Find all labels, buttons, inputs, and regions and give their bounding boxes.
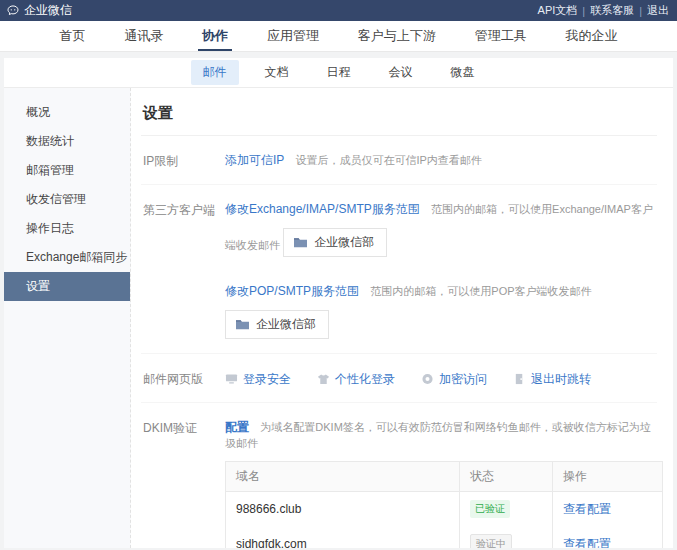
sub-tabs: 邮件 文档 日程 会议 微盘 bbox=[4, 58, 673, 88]
view-config-link[interactable]: 查看配置 bbox=[563, 502, 611, 516]
section-dkim: DKIM验证 配置 为域名配置DKIM签名，可以有效防范仿冒和网络钓鱼邮件，或被… bbox=[141, 403, 657, 548]
folder-icon bbox=[235, 318, 250, 331]
dkim-domain-table: 域名 状态 操作 988666.club 已验证 查看配置 bbox=[225, 461, 663, 548]
nav-customers[interactable]: 客户与上下游 bbox=[354, 21, 440, 51]
nav-contacts[interactable]: 通讯录 bbox=[120, 21, 167, 51]
app-logo[interactable]: 企业微信 bbox=[6, 2, 72, 19]
col-header-status: 状态 bbox=[460, 462, 553, 492]
contact-support-link[interactable]: 联系客服 bbox=[590, 3, 634, 18]
sidebar-item-send-receive[interactable]: 收发信管理 bbox=[4, 185, 130, 214]
status-badge: 验证中 bbox=[470, 534, 512, 548]
page-title: 设置 bbox=[141, 100, 657, 136]
monitor-icon bbox=[225, 373, 238, 385]
tab-docs[interactable]: 文档 bbox=[253, 60, 301, 85]
logout-redirect-item[interactable]: 退出时跳转 bbox=[513, 371, 591, 388]
main-nav: 首页 通讯录 协作 应用管理 客户与上下游 管理工具 我的企业 bbox=[0, 21, 677, 52]
sidebar-item-overview[interactable]: 概况 bbox=[4, 98, 130, 127]
view-config-link[interactable]: 查看配置 bbox=[563, 537, 611, 549]
encrypted-access-link[interactable]: 加密访问 bbox=[439, 371, 487, 388]
nav-app-management[interactable]: 应用管理 bbox=[263, 21, 323, 51]
department-tag-label: 企业微信部 bbox=[314, 234, 374, 251]
ip-restrict-hint: 设置后，成员仅可在可信IP内查看邮件 bbox=[295, 154, 481, 166]
tab-calendar[interactable]: 日程 bbox=[315, 60, 363, 85]
sidebar-item-operation-log[interactable]: 操作日志 bbox=[4, 214, 130, 243]
lock-icon bbox=[421, 373, 434, 385]
table-row: sjdhgfdk.com 验证中 查看配置 bbox=[226, 526, 663, 548]
shirt-icon bbox=[317, 373, 330, 385]
nav-collaboration[interactable]: 协作 bbox=[198, 21, 232, 51]
modify-exchange-scope-link[interactable]: 修改Exchange/IMAP/SMTP服务范围 bbox=[225, 202, 420, 216]
topbar: 企业微信 API文档 | 联系客服 | 退出 bbox=[0, 0, 677, 21]
logout-redirect-link[interactable]: 退出时跳转 bbox=[531, 371, 591, 388]
topbar-links: API文档 | 联系客服 | 退出 bbox=[538, 3, 669, 18]
modify-pop-scope-link[interactable]: 修改POP/SMTP服务范围 bbox=[225, 284, 359, 298]
table-row: 988666.club 已验证 查看配置 bbox=[226, 492, 663, 527]
login-security-item[interactable]: 登录安全 bbox=[225, 371, 291, 388]
col-header-domain: 域名 bbox=[226, 462, 460, 492]
dkim-label: DKIM验证 bbox=[143, 419, 225, 548]
section-ip-restrict: IP限制 添加可信IP 设置后，成员仅可在可信IP内查看邮件 bbox=[141, 136, 657, 185]
tab-drive[interactable]: 微盘 bbox=[439, 60, 487, 85]
custom-login-link[interactable]: 个性化登录 bbox=[335, 371, 395, 388]
tab-mail[interactable]: 邮件 bbox=[191, 60, 239, 85]
content-panel: 邮件 文档 日程 会议 微盘 概况 数据统计 邮箱管理 收发信管理 操作日志 E… bbox=[4, 58, 673, 548]
nav-my-company[interactable]: 我的企业 bbox=[561, 21, 621, 51]
sidebar-item-exchange-sync[interactable]: Exchange邮箱同步 bbox=[4, 243, 130, 272]
folder-icon bbox=[293, 236, 308, 249]
dkim-configure-link[interactable]: 配置 bbox=[225, 420, 249, 434]
webmail-label: 邮件网页版 bbox=[143, 370, 225, 388]
col-header-action: 操作 bbox=[553, 462, 663, 492]
status-badge: 已验证 bbox=[470, 500, 510, 518]
add-trusted-ip-link[interactable]: 添加可信IP bbox=[225, 153, 284, 167]
pop-scope-hint: 范围内的邮箱，可以使用POP客户端收发邮件 bbox=[370, 285, 591, 297]
separator: | bbox=[582, 5, 585, 17]
panel-body: 概况 数据统计 邮箱管理 收发信管理 操作日志 Exchange邮箱同步 设置 … bbox=[4, 88, 673, 548]
third-party-label: 第三方客户端 bbox=[143, 201, 225, 339]
department-tag[interactable]: 企业微信部 bbox=[225, 310, 329, 339]
sidebar: 概况 数据统计 邮箱管理 收发信管理 操作日志 Exchange邮箱同步 设置 bbox=[4, 88, 131, 548]
section-webmail: 邮件网页版 登录安全 个性化登录 bbox=[141, 354, 657, 403]
login-security-link[interactable]: 登录安全 bbox=[243, 371, 291, 388]
tab-meeting[interactable]: 会议 bbox=[377, 60, 425, 85]
encrypted-access-item[interactable]: 加密访问 bbox=[421, 371, 487, 388]
dkim-hint: 为域名配置DKIM签名，可以有效防范仿冒和网络钓鱼邮件，或被收信方标记为垃圾邮件 bbox=[225, 421, 651, 449]
ip-restrict-label: IP限制 bbox=[143, 152, 225, 170]
exit-icon bbox=[513, 373, 526, 385]
api-doc-link[interactable]: API文档 bbox=[538, 3, 578, 18]
domain-cell: sjdhgfdk.com bbox=[226, 526, 460, 548]
sidebar-item-statistics[interactable]: 数据统计 bbox=[4, 127, 130, 156]
domain-cell: 988666.club bbox=[226, 492, 460, 527]
pop-smtp-group: 修改POP/SMTP服务范围 范围内的邮箱，可以使用POP客户端收发邮件 企业微… bbox=[225, 283, 657, 339]
nav-admin-tools[interactable]: 管理工具 bbox=[471, 21, 531, 51]
logout-link[interactable]: 退出 bbox=[647, 3, 669, 18]
settings-content: 设置 IP限制 添加可信IP 设置后，成员仅可在可信IP内查看邮件 第三方客户端… bbox=[131, 88, 673, 548]
app-logo-label: 企业微信 bbox=[24, 2, 72, 19]
department-tag[interactable]: 企业微信部 bbox=[283, 228, 387, 257]
exchange-imap-smtp-group: 修改Exchange/IMAP/SMTP服务范围 范围内的邮箱，可以使用Exch… bbox=[225, 201, 657, 257]
separator: | bbox=[639, 5, 642, 17]
custom-login-item[interactable]: 个性化登录 bbox=[317, 371, 395, 388]
department-tag-label: 企业微信部 bbox=[256, 316, 316, 333]
chat-bubble-icon bbox=[6, 4, 20, 18]
sidebar-item-mailbox-management[interactable]: 邮箱管理 bbox=[4, 156, 130, 185]
sidebar-item-settings[interactable]: 设置 bbox=[4, 272, 130, 301]
nav-home[interactable]: 首页 bbox=[55, 21, 89, 51]
section-third-party: 第三方客户端 修改Exchange/IMAP/SMTP服务范围 范围内的邮箱，可… bbox=[141, 185, 657, 354]
